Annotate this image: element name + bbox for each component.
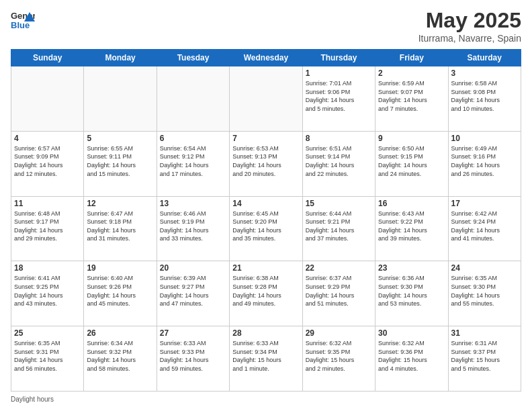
- day-number: 18: [14, 263, 81, 273]
- day-number: 25: [14, 328, 81, 338]
- calendar-cell: 26Sunrise: 6:34 AM Sunset: 9:32 PM Dayli…: [84, 326, 157, 392]
- calendar-cell: 25Sunrise: 6:35 AM Sunset: 9:31 PM Dayli…: [11, 326, 84, 392]
- calendar-cell: 6Sunrise: 6:54 AM Sunset: 9:12 PM Daylig…: [157, 131, 229, 196]
- calendar-cell: 12Sunrise: 6:47 AM Sunset: 9:18 PM Dayli…: [84, 196, 157, 261]
- day-info: Sunrise: 6:34 AM Sunset: 9:32 PM Dayligh…: [87, 339, 153, 373]
- calendar-cell: 11Sunrise: 6:48 AM Sunset: 9:17 PM Dayli…: [11, 196, 84, 261]
- day-info: Sunrise: 6:40 AM Sunset: 9:26 PM Dayligh…: [87, 274, 153, 308]
- day-number: 30: [378, 328, 445, 338]
- calendar-cell: 4Sunrise: 6:57 AM Sunset: 9:09 PM Daylig…: [11, 131, 84, 196]
- day-info: Sunrise: 6:47 AM Sunset: 9:18 PM Dayligh…: [87, 210, 153, 243]
- day-number: 15: [306, 199, 372, 208]
- day-info: Sunrise: 6:51 AM Sunset: 9:14 PM Dayligh…: [306, 144, 372, 178]
- calendar-cell: 14Sunrise: 6:45 AM Sunset: 9:20 PM Dayli…: [230, 196, 302, 261]
- day-number: 10: [451, 134, 518, 143]
- calendar-cell: [230, 66, 302, 132]
- calendar-header-row: SundayMondayTuesdayWednesdayThursdayFrid…: [11, 50, 521, 66]
- calendar-day-header: Wednesday: [230, 50, 302, 66]
- calendar-cell: 20Sunrise: 6:39 AM Sunset: 9:27 PM Dayli…: [157, 261, 229, 326]
- calendar-cell: 3Sunrise: 6:58 AM Sunset: 9:08 PM Daylig…: [448, 66, 521, 132]
- day-info: Sunrise: 6:32 AM Sunset: 9:36 PM Dayligh…: [378, 339, 445, 373]
- day-number: 22: [306, 263, 372, 273]
- day-info: Sunrise: 6:39 AM Sunset: 9:27 PM Dayligh…: [160, 274, 226, 308]
- calendar-table: SundayMondayTuesdayWednesdayThursdayFrid…: [11, 49, 521, 392]
- day-info: Sunrise: 6:38 AM Sunset: 9:28 PM Dayligh…: [232, 274, 299, 308]
- calendar-cell: 28Sunrise: 6:33 AM Sunset: 9:34 PM Dayli…: [230, 326, 302, 392]
- calendar-cell: [11, 66, 84, 132]
- calendar-cell: 16Sunrise: 6:43 AM Sunset: 9:22 PM Dayli…: [375, 196, 448, 261]
- calendar-cell: 9Sunrise: 6:50 AM Sunset: 9:15 PM Daylig…: [375, 131, 448, 196]
- calendar-cell: 23Sunrise: 6:36 AM Sunset: 9:30 PM Dayli…: [375, 261, 448, 326]
- header: General Blue May 2025 Iturrama, Navarre,…: [11, 8, 521, 44]
- page: General Blue May 2025 Iturrama, Navarre,…: [0, 0, 532, 411]
- calendar-cell: 8Sunrise: 6:51 AM Sunset: 9:14 PM Daylig…: [302, 131, 375, 196]
- day-number: 19: [87, 263, 153, 273]
- day-info: Sunrise: 6:31 AM Sunset: 9:37 PM Dayligh…: [451, 339, 518, 373]
- day-number: 8: [306, 134, 372, 143]
- day-number: 9: [378, 134, 445, 143]
- day-number: 24: [451, 263, 518, 273]
- day-number: 16: [378, 199, 445, 208]
- day-number: 5: [87, 134, 153, 143]
- day-number: 13: [160, 199, 226, 208]
- calendar-week-row: 11Sunrise: 6:48 AM Sunset: 9:17 PM Dayli…: [11, 196, 521, 261]
- calendar-week-row: 4Sunrise: 6:57 AM Sunset: 9:09 PM Daylig…: [11, 131, 521, 196]
- day-number: 21: [232, 263, 299, 273]
- month-title: May 2025: [418, 8, 521, 33]
- day-info: Sunrise: 6:43 AM Sunset: 9:22 PM Dayligh…: [378, 210, 445, 243]
- day-info: Sunrise: 6:49 AM Sunset: 9:16 PM Dayligh…: [451, 144, 518, 178]
- day-info: Sunrise: 6:46 AM Sunset: 9:19 PM Dayligh…: [160, 210, 226, 243]
- day-info: Sunrise: 6:42 AM Sunset: 9:24 PM Dayligh…: [451, 210, 518, 243]
- day-number: 12: [87, 199, 153, 208]
- calendar-cell: 30Sunrise: 6:32 AM Sunset: 9:36 PM Dayli…: [375, 326, 448, 392]
- footer: Daylight hours: [11, 396, 521, 403]
- day-number: 14: [232, 199, 299, 208]
- day-info: Sunrise: 6:58 AM Sunset: 9:08 PM Dayligh…: [451, 79, 518, 113]
- day-info: Sunrise: 6:55 AM Sunset: 9:11 PM Dayligh…: [87, 144, 153, 178]
- calendar-cell: 19Sunrise: 6:40 AM Sunset: 9:26 PM Dayli…: [84, 261, 157, 326]
- day-info: Sunrise: 6:36 AM Sunset: 9:30 PM Dayligh…: [378, 274, 445, 308]
- day-number: 29: [306, 328, 372, 338]
- day-number: 4: [14, 134, 81, 143]
- svg-text:Blue: Blue: [11, 20, 30, 30]
- calendar-day-header: Monday: [84, 50, 157, 66]
- calendar-cell: 21Sunrise: 6:38 AM Sunset: 9:28 PM Dayli…: [230, 261, 302, 326]
- calendar-day-header: Saturday: [448, 50, 521, 66]
- day-info: Sunrise: 6:35 AM Sunset: 9:31 PM Dayligh…: [14, 339, 81, 373]
- day-number: 28: [232, 328, 299, 338]
- calendar-cell: 22Sunrise: 6:37 AM Sunset: 9:29 PM Dayli…: [302, 261, 375, 326]
- calendar-cell: 27Sunrise: 6:33 AM Sunset: 9:33 PM Dayli…: [157, 326, 229, 392]
- calendar-cell: [84, 66, 157, 132]
- day-number: 27: [160, 328, 226, 338]
- calendar-cell: 10Sunrise: 6:49 AM Sunset: 9:16 PM Dayli…: [448, 131, 521, 196]
- day-number: 1: [306, 68, 372, 78]
- day-info: Sunrise: 6:50 AM Sunset: 9:15 PM Dayligh…: [378, 144, 445, 178]
- title-block: May 2025 Iturrama, Navarre, Spain: [418, 8, 521, 44]
- day-number: 6: [160, 134, 226, 143]
- day-info: Sunrise: 6:44 AM Sunset: 9:21 PM Dayligh…: [306, 210, 372, 243]
- daylight-hours-label: Daylight hours: [11, 396, 54, 403]
- day-number: 3: [451, 68, 518, 78]
- day-number: 7: [232, 134, 299, 143]
- day-info: Sunrise: 6:48 AM Sunset: 9:17 PM Dayligh…: [14, 210, 81, 243]
- logo: General Blue: [11, 8, 35, 32]
- day-info: Sunrise: 6:33 AM Sunset: 9:34 PM Dayligh…: [232, 339, 299, 373]
- day-info: Sunrise: 6:54 AM Sunset: 9:12 PM Dayligh…: [160, 144, 226, 178]
- calendar-cell: 18Sunrise: 6:41 AM Sunset: 9:25 PM Dayli…: [11, 261, 84, 326]
- day-info: Sunrise: 6:59 AM Sunset: 9:07 PM Dayligh…: [378, 79, 445, 113]
- calendar-week-row: 18Sunrise: 6:41 AM Sunset: 9:25 PM Dayli…: [11, 261, 521, 326]
- calendar-cell: [157, 66, 229, 132]
- calendar-week-row: 25Sunrise: 6:35 AM Sunset: 9:31 PM Dayli…: [11, 326, 521, 392]
- day-number: 11: [14, 199, 81, 208]
- calendar-cell: 5Sunrise: 6:55 AM Sunset: 9:11 PM Daylig…: [84, 131, 157, 196]
- day-info: Sunrise: 6:32 AM Sunset: 9:35 PM Dayligh…: [306, 339, 372, 373]
- day-info: Sunrise: 7:01 AM Sunset: 9:06 PM Dayligh…: [306, 79, 372, 113]
- calendar-week-row: 1Sunrise: 7:01 AM Sunset: 9:06 PM Daylig…: [11, 66, 521, 132]
- calendar-cell: 17Sunrise: 6:42 AM Sunset: 9:24 PM Dayli…: [448, 196, 521, 261]
- calendar-cell: 29Sunrise: 6:32 AM Sunset: 9:35 PM Dayli…: [302, 326, 375, 392]
- day-info: Sunrise: 6:57 AM Sunset: 9:09 PM Dayligh…: [14, 144, 81, 178]
- calendar-day-header: Sunday: [11, 50, 84, 66]
- day-info: Sunrise: 6:37 AM Sunset: 9:29 PM Dayligh…: [306, 274, 372, 308]
- calendar-day-header: Thursday: [302, 50, 375, 66]
- calendar-cell: 2Sunrise: 6:59 AM Sunset: 9:07 PM Daylig…: [375, 66, 448, 132]
